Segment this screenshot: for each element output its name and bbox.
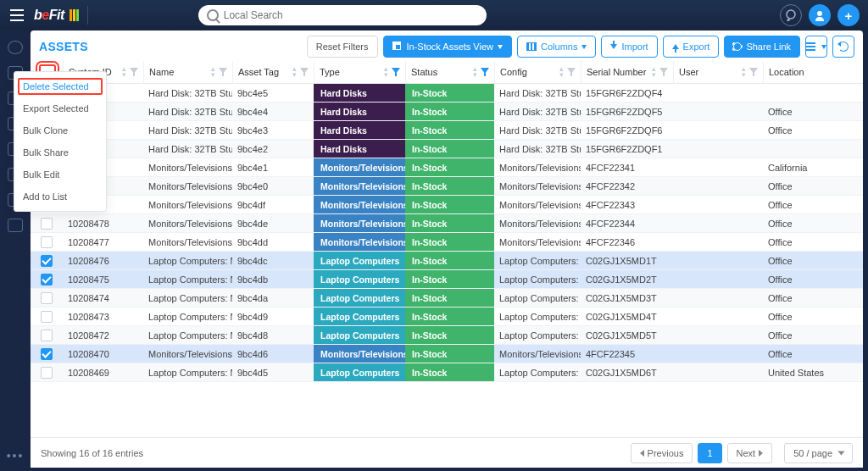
hamburger-icon[interactable] — [8, 9, 25, 21]
filter-icon[interactable] — [219, 68, 227, 76]
table-row[interactable]: 10208470Monitors/Televisions: 2...9bc4d6… — [31, 345, 863, 363]
col-serial[interactable]: Serial Number▴▾ — [581, 61, 673, 83]
reset-filters-button[interactable]: Reset Filters — [307, 36, 378, 58]
row-checkbox-cell[interactable] — [31, 345, 63, 363]
cell-serial: 4FCF22346 — [581, 233, 673, 251]
view-select-button[interactable]: In-Stock Assets View — [383, 36, 513, 58]
cell-system-id: 10208476 — [63, 252, 143, 269]
table-row[interactable]: 10208477Monitors/Televisions: 2...9bc4dd… — [31, 233, 863, 252]
page-1-button[interactable]: 1 — [698, 443, 721, 463]
checkbox[interactable] — [41, 311, 53, 323]
cell-serial: C02GJ1X5MD1T — [581, 252, 673, 269]
checkbox[interactable] — [41, 292, 53, 304]
share-link-button[interactable]: Share Link — [724, 36, 800, 58]
chevron-left-icon — [640, 450, 644, 457]
page-header: ASSETS Reset Filters In-Stock Assets Vie… — [31, 30, 863, 61]
next-button[interactable]: Next — [727, 443, 773, 463]
filter-icon[interactable] — [567, 68, 576, 76]
sort-icon: ▴▾ — [559, 66, 564, 78]
table-row[interactable]: 10208469Laptop Computers: Ma...9bc4d5Lap… — [31, 363, 863, 382]
table-row[interactable]: 10208473Laptop Computers: Ma...9bc4d9Lap… — [31, 308, 863, 326]
checkbox[interactable] — [41, 255, 53, 267]
table-row[interactable]: 10208472Laptop Computers: Ma...9bc4d8Lap… — [31, 326, 863, 345]
checkbox[interactable] — [41, 218, 53, 230]
row-checkbox-cell[interactable] — [31, 326, 63, 344]
cell-type: Monitors/Televisions — [314, 233, 405, 251]
export-button[interactable]: Export — [663, 36, 720, 58]
rail-more-icon[interactable]: ••• — [7, 449, 25, 463]
table-row[interactable]: 81Monitors/Televisions: 2...9bc4e1Monito… — [31, 158, 863, 177]
menu-bulk-edit[interactable]: Bulk Edit — [14, 163, 106, 186]
cell-system-id: 10208473 — [63, 308, 143, 325]
cell-serial: 4FCF22344 — [581, 214, 673, 232]
checkbox[interactable] — [41, 348, 53, 360]
col-asset-tag[interactable]: Asset Tag▴▾ — [232, 61, 314, 83]
cell-user — [673, 326, 763, 344]
checkbox[interactable] — [41, 274, 53, 285]
cell-serial: C02GJ1X5MD6T — [581, 363, 673, 381]
import-button[interactable]: Import — [601, 36, 657, 58]
filter-icon[interactable] — [749, 68, 758, 76]
cell-type: Hard Disks — [314, 121, 405, 139]
cell-name: Hard Disk: 32TB Studio ... — [143, 121, 232, 139]
cell-user — [673, 196, 763, 213]
table-row[interactable]: 10208475Laptop Computers: Ma...9bc4dbLap… — [31, 270, 863, 289]
filter-icon[interactable] — [392, 68, 400, 76]
col-status[interactable]: Status▴▾ — [405, 61, 494, 83]
filter-icon[interactable] — [300, 68, 309, 76]
search-input[interactable] — [198, 5, 487, 25]
col-location[interactable]: Location — [763, 61, 863, 83]
columns-button[interactable]: Columns — [517, 36, 596, 58]
col-name[interactable]: Name▴▾ — [143, 61, 232, 83]
filter-icon[interactable] — [659, 68, 668, 76]
grid-icon — [392, 42, 403, 52]
cell-serial: C02GJ1X5MD4T — [581, 308, 673, 325]
table-row[interactable]: 79Monitors/Televisions: 2...9bc4dfMonito… — [31, 196, 863, 214]
table-row[interactable]: 82Hard Disk: 32TB Studio ...9bc4e2Hard D… — [31, 140, 863, 158]
row-checkbox-cell[interactable] — [31, 308, 63, 325]
table-row[interactable]: 83Hard Disk: 32TB Studio ...9bc4e3Hard D… — [31, 121, 863, 140]
row-checkbox-cell[interactable] — [31, 363, 63, 381]
menu-export-selected[interactable]: Export Selected — [14, 97, 106, 119]
row-checkbox-cell[interactable] — [31, 214, 63, 232]
table-row[interactable]: 80Monitors/Televisions: 2...9bc4e0Monito… — [31, 177, 863, 196]
export-label: Export — [683, 42, 710, 52]
filter-icon[interactable] — [130, 68, 138, 76]
cell-user — [673, 252, 763, 269]
checkbox[interactable] — [41, 330, 53, 341]
prev-button[interactable]: Previous — [631, 443, 693, 463]
table-row[interactable]: 85Hard Disk: 32TB Studio ...9bc4e5Hard D… — [31, 84, 863, 103]
table-row[interactable]: 10208474Laptop Computers: Ma...9bc4daLap… — [31, 289, 863, 308]
row-checkbox-cell[interactable] — [31, 233, 63, 251]
row-checkbox-cell[interactable] — [31, 289, 63, 307]
checkbox[interactable] — [41, 367, 53, 379]
search-container — [198, 5, 487, 25]
col-config[interactable]: Config▴▾ — [494, 61, 581, 83]
status-badge: In-Stock — [405, 308, 494, 325]
checkbox[interactable] — [41, 236, 53, 248]
menu-bulk-share[interactable]: Bulk Share — [14, 141, 106, 163]
per-page-select[interactable]: 50 / page — [784, 443, 853, 463]
add-icon[interactable]: + — [837, 4, 860, 26]
menu-bulk-clone[interactable]: Bulk Clone — [14, 119, 106, 141]
table-row[interactable]: 10208476Laptop Computers: Ma...9bc4dcLap… — [31, 252, 863, 270]
type-badge: Monitors/Televisions — [314, 233, 405, 251]
row-checkbox-cell[interactable] — [31, 270, 63, 288]
refresh-button[interactable] — [832, 36, 854, 58]
cell-status: In-Stock — [405, 233, 494, 251]
user-icon[interactable] — [809, 4, 831, 26]
filter-icon[interactable] — [481, 68, 489, 76]
col-user[interactable]: User▴▾ — [673, 61, 763, 83]
menu-add-to-list[interactable]: Add to List — [14, 186, 106, 208]
table-row[interactable]: 10208478Monitors/Televisions: 2...9bc4de… — [31, 214, 863, 233]
rail-item-8[interactable] — [8, 219, 23, 232]
row-checkbox-cell[interactable] — [31, 252, 63, 269]
logo[interactable]: beFit — [34, 8, 79, 23]
chat-icon[interactable] — [780, 4, 802, 26]
col-type[interactable]: Type▴▾ — [314, 61, 405, 83]
cell-asset-tag: 9bc4da — [232, 289, 314, 307]
list-density-button[interactable] — [805, 36, 827, 58]
menu-delete-selected[interactable]: Delete Selected — [17, 77, 103, 96]
rail-item-1[interactable] — [8, 41, 23, 54]
table-row[interactable]: 84Hard Disk: 32TB Studio ...9bc4e4Hard D… — [31, 103, 863, 121]
